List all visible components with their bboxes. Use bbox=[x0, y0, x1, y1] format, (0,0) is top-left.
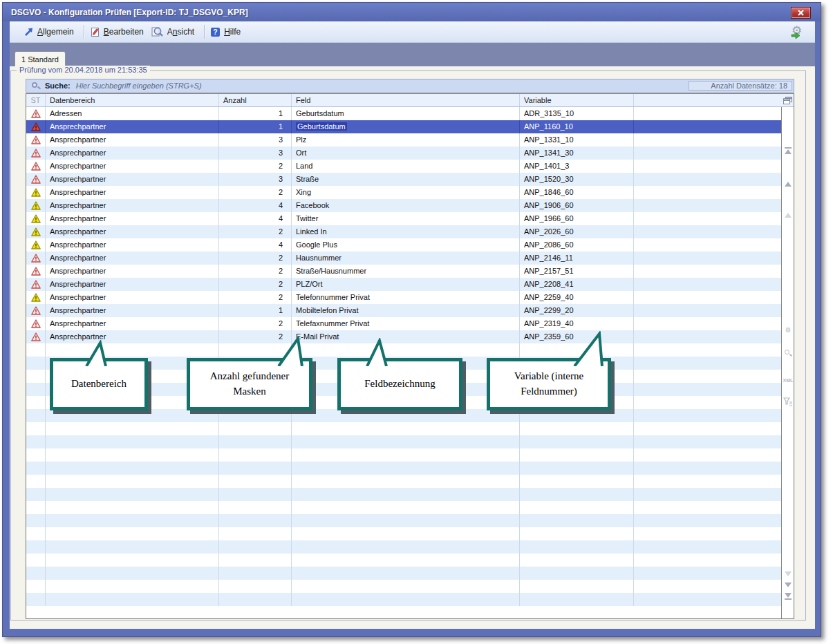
datenbereich-cell: Ansprechpartner bbox=[46, 317, 219, 330]
table-row[interactable]: Adressen 1 Geburtsdatum ADR_3135_10 bbox=[26, 107, 781, 120]
header-st[interactable]: ST bbox=[26, 94, 46, 106]
table-row[interactable]: Ansprechpartner 2 PLZ/Ort ANP_2208_41 bbox=[26, 278, 781, 291]
scroll-first-button[interactable] bbox=[783, 147, 793, 154]
filler-cell bbox=[634, 225, 781, 238]
groupbox-label: Prüfung vom 20.04.2018 um 21:53:35 bbox=[17, 66, 150, 74]
table-row[interactable]: Ansprechpartner 2 Telefaxnummer Privat A… bbox=[26, 317, 781, 330]
table-row[interactable]: Ansprechpartner 1 Geburtsdatum ANP_1160_… bbox=[26, 120, 781, 133]
datenbereich-cell: Ansprechpartner bbox=[46, 330, 219, 343]
scroll-last-button[interactable] bbox=[783, 593, 793, 600]
empty-table-row[interactable] bbox=[26, 462, 781, 475]
xml-export-button[interactable]: XML bbox=[783, 378, 793, 383]
feld-cell: Straße/Hausnummer bbox=[292, 265, 520, 278]
empty-table-row[interactable] bbox=[26, 475, 781, 488]
feld-cell: E-Mail Privat bbox=[292, 330, 520, 343]
process-button[interactable]: ⚙ bbox=[790, 24, 807, 39]
header-feld[interactable]: Feld bbox=[292, 94, 520, 106]
table-row[interactable]: Ansprechpartner 4 Google Plus ANP_2086_6… bbox=[26, 238, 781, 252]
table-row[interactable]: Ansprechpartner 2 Telefonnummer Privat A… bbox=[26, 291, 781, 304]
scroll-down-button[interactable] bbox=[783, 583, 793, 587]
empty-table-row[interactable] bbox=[26, 488, 781, 501]
table-row[interactable]: Ansprechpartner 4 Facebook ANP_1906_60 bbox=[26, 199, 781, 212]
status-cell bbox=[26, 238, 46, 252]
table-row[interactable]: Ansprechpartner 1 Mobiltelefon Privat AN… bbox=[26, 304, 781, 317]
table-row[interactable]: Ansprechpartner 2 Linked In ANP_2026_60 bbox=[26, 225, 781, 238]
table-row[interactable]: Ansprechpartner 2 E-Mail Privat ANP_2359… bbox=[26, 330, 781, 343]
empty-table-row[interactable] bbox=[26, 553, 781, 567]
search-input[interactable]: Hier Suchbegriff eingeben (STRG+S) bbox=[76, 82, 794, 90]
anzahl-cell: 2 bbox=[219, 252, 292, 265]
empty-table-row[interactable] bbox=[26, 540, 781, 553]
variable-cell: ANP_2299_20 bbox=[520, 304, 634, 317]
empty-table-row[interactable] bbox=[26, 409, 781, 422]
scroll-down-page-button[interactable] bbox=[783, 571, 793, 576]
menu-bearbeiten[interactable]: Bearbeiten bbox=[88, 25, 149, 39]
table-row[interactable]: Ansprechpartner 2 Xing ANP_1846_60 bbox=[26, 186, 781, 199]
variable-cell: ANP_2259_40 bbox=[520, 291, 634, 304]
green-arrow-icon bbox=[791, 32, 801, 39]
column-chooser-button[interactable] bbox=[781, 94, 794, 106]
menu-allgemein[interactable]: Allgemein bbox=[22, 25, 79, 39]
scroll-up-button[interactable] bbox=[783, 182, 793, 187]
menu-ansicht[interactable]: Ansicht bbox=[149, 24, 200, 39]
table-row[interactable]: Ansprechpartner 3 Plz ANP_1331_10 bbox=[26, 133, 781, 146]
empty-table-row[interactable] bbox=[26, 527, 781, 540]
empty-table-row[interactable] bbox=[26, 580, 781, 593]
xml-icon: XML bbox=[783, 378, 794, 383]
status-cell bbox=[26, 553, 46, 567]
scroll-up-page-icon bbox=[785, 213, 792, 218]
empty-table-row[interactable] bbox=[26, 593, 781, 606]
table-row[interactable]: Ansprechpartner 4 Twitter ANP_1966_60 bbox=[26, 212, 781, 225]
empty-table-row[interactable] bbox=[26, 448, 781, 462]
fixed-rows-button[interactable]: (|) bbox=[783, 327, 793, 332]
datenbereich-cell: Ansprechpartner bbox=[46, 133, 219, 146]
anzahl-cell: 2 bbox=[219, 186, 292, 199]
status-cell bbox=[26, 540, 46, 553]
callout-datenbereich: Datenbereich bbox=[50, 358, 148, 410]
warning-triangle-icon bbox=[31, 149, 41, 158]
datenbereich-cell: Ansprechpartner bbox=[46, 291, 219, 304]
table-row[interactable]: Ansprechpartner 2 Hausnummer ANP_2146_11 bbox=[26, 252, 781, 265]
status-cell bbox=[26, 357, 46, 370]
variable-cell: ANP_1160_10 bbox=[520, 120, 634, 133]
pruefung-groupbox: Prüfung vom 20.04.2018 um 21:53:35 Suche… bbox=[10, 70, 806, 621]
menu-allgemein-label: Allgemein bbox=[37, 27, 74, 37]
table-row[interactable]: Ansprechpartner 2 Straße/Hausnummer ANP_… bbox=[26, 265, 781, 278]
grid-header: ST Datenbereich Anzahl Feld Variable bbox=[26, 94, 794, 107]
anzahl-cell: 2 bbox=[219, 225, 292, 238]
empty-table-row[interactable] bbox=[26, 422, 781, 435]
tab-standard[interactable]: 1 Standard bbox=[15, 51, 66, 66]
empty-table-row[interactable] bbox=[26, 501, 781, 514]
status-cell bbox=[26, 265, 46, 278]
grid-rows: Adressen 1 Geburtsdatum ADR_3135_10 Ansp… bbox=[26, 107, 781, 606]
empty-table-row[interactable] bbox=[26, 514, 781, 527]
header-datenbereich[interactable]: Datenbereich bbox=[46, 94, 219, 106]
empty-table-row[interactable] bbox=[26, 343, 781, 357]
header-variable[interactable]: Variable bbox=[520, 94, 634, 106]
variable-cell: ANP_1966_60 bbox=[520, 212, 634, 225]
table-row[interactable]: Ansprechpartner 3 Ort ANP_1341_30 bbox=[26, 146, 781, 160]
table-row[interactable]: Ansprechpartner 2 Land ANP_1401_3 bbox=[26, 160, 781, 173]
datenbereich-cell: Ansprechpartner bbox=[46, 238, 219, 252]
datenbereich-cell: Ansprechpartner bbox=[46, 186, 219, 199]
menu-separator bbox=[204, 25, 205, 39]
empty-table-row[interactable] bbox=[26, 567, 781, 580]
table-row[interactable]: Ansprechpartner 3 Straße ANP_1520_30 bbox=[26, 173, 781, 186]
grid-search-button[interactable] bbox=[783, 349, 793, 357]
header-anzahl[interactable]: Anzahl bbox=[219, 94, 292, 106]
datenbereich-cell: Ansprechpartner bbox=[46, 252, 219, 265]
filter-button[interactable] bbox=[783, 397, 793, 406]
variable-cell: ANP_1401_3 bbox=[520, 160, 634, 173]
scroll-up-page-button[interactable] bbox=[783, 213, 793, 218]
status-cell bbox=[26, 199, 46, 212]
anzahl-cell: 2 bbox=[219, 160, 292, 173]
main-panel: Prüfung vom 20.04.2018 um 21:53:35 Suche… bbox=[10, 66, 815, 629]
status-cell bbox=[26, 160, 46, 173]
feld-cell: Straße bbox=[292, 173, 520, 186]
empty-table-row[interactable] bbox=[26, 435, 781, 448]
feld-cell: Telefaxnummer Privat bbox=[292, 317, 520, 330]
menu-hilfe[interactable]: ? Hilfe bbox=[209, 25, 246, 39]
status-cell bbox=[26, 330, 46, 343]
datenbereich-cell: Ansprechpartner bbox=[46, 146, 219, 160]
close-button[interactable] bbox=[791, 7, 811, 19]
